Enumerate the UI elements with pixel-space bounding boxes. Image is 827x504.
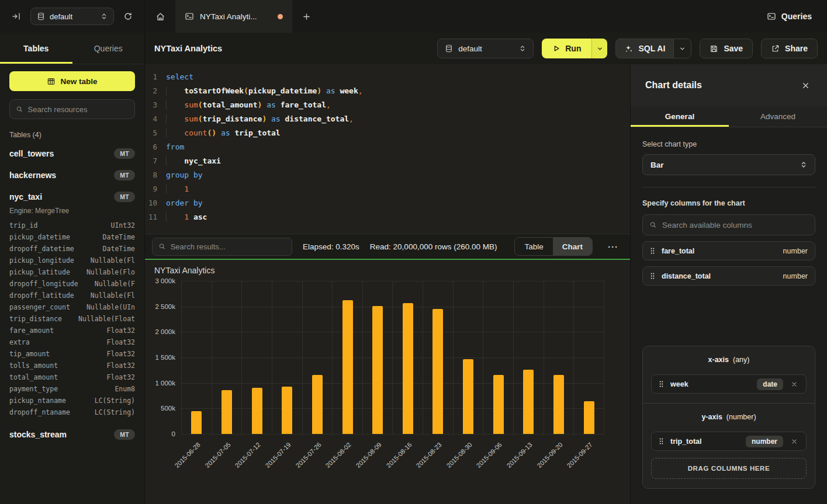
refresh-button[interactable]: [120, 8, 136, 25]
code-line: 3 sum(total_amount) as fare_total,: [145, 98, 630, 112]
column-name: passenger_count: [9, 301, 70, 313]
view-toggle-table[interactable]: Table: [515, 238, 552, 255]
chip-type-badge: date: [757, 378, 783, 390]
home-button[interactable]: [145, 0, 175, 33]
run-button-group: Run: [542, 39, 607, 58]
column-type: Float32: [107, 348, 135, 360]
axes-config-box: x-axis(any) weekdate y-axis(number) trip…: [642, 346, 815, 489]
bar[interactable]: [252, 388, 262, 434]
bar-cell: 2015-08-02: [332, 281, 362, 434]
search-icon: [649, 221, 657, 229]
queries-button[interactable]: Queries: [752, 0, 827, 33]
column-name: total_amount: [9, 371, 58, 383]
tab-bar-spacer: [320, 0, 752, 33]
x-tick-label: 2015-09-13: [506, 441, 534, 469]
column-row: pickup_datetimeDateTime: [9, 231, 135, 243]
tab-tables[interactable]: Tables: [0, 33, 72, 64]
remove-chip-button[interactable]: [790, 437, 799, 446]
bar[interactable]: [523, 370, 534, 434]
code-text: sum(total_amount) as fare_total,: [166, 98, 331, 112]
bar[interactable]: [463, 359, 473, 434]
sql-ai-button[interactable]: SQL AI: [616, 39, 673, 58]
tab-nytaxi-analytics[interactable]: NYTaxi Analyti...: [175, 0, 292, 33]
table-row-cell-towers[interactable]: cell_towers MT: [9, 147, 135, 161]
toolbar-database-value: default: [458, 44, 482, 53]
drag-handle-icon: [659, 380, 664, 388]
bar[interactable]: [584, 401, 594, 434]
close-panel-button[interactable]: [799, 79, 812, 92]
column-name: pickup_datetime: [9, 231, 70, 243]
column-chip[interactable]: weekdate: [651, 374, 807, 394]
sql-editor[interactable]: 1select2 toStartOfWeek(pickup_datetime) …: [145, 64, 630, 234]
drag-handle[interactable]: [650, 272, 655, 280]
drag-columns-drop-zone[interactable]: DRAG COLUMNS HERE: [651, 458, 807, 479]
column-type: Nullable(Fl: [91, 255, 135, 266]
column-name: tip_amount: [9, 348, 50, 360]
chart-type-select[interactable]: Bar: [642, 154, 815, 175]
bar[interactable]: [312, 375, 323, 434]
database-selector[interactable]: default: [30, 8, 114, 25]
column-name: dropoff_latitude: [9, 290, 74, 301]
y-axis-chips: trip_totalnumber: [651, 432, 807, 451]
new-table-button[interactable]: New table: [9, 71, 135, 91]
engine-badge: MT: [114, 148, 135, 159]
drag-handle[interactable]: [659, 437, 664, 445]
nyc-taxi-engine: Engine: MergeTree: [9, 207, 135, 215]
more-options-button[interactable]: ···: [603, 242, 623, 252]
bar[interactable]: [282, 387, 292, 434]
column-type: LC(String): [95, 395, 135, 406]
column-name: trip_id: [9, 220, 37, 231]
search-columns-input[interactable]: [662, 221, 808, 230]
tab-queries[interactable]: Queries: [72, 33, 145, 64]
results-toolbar: Elapsed: 0.320s Read: 20,000,000 rows (2…: [145, 234, 630, 260]
tab-queries-label: Queries: [94, 44, 123, 53]
column-row: passenger_countNullable(UIn: [9, 301, 135, 313]
chart-type-label: Select chart type: [642, 140, 815, 148]
drag-handle[interactable]: [659, 380, 664, 388]
code-text: sum(trip_distance) as distance_total,: [166, 112, 354, 126]
database-icon: [37, 12, 45, 20]
divider: [642, 187, 815, 187]
line-number: 3: [145, 98, 166, 112]
bar[interactable]: [493, 375, 504, 434]
sql-ai-button-group: SQL AI: [615, 39, 691, 58]
toolbar-database-selector[interactable]: default: [437, 39, 534, 58]
line-number: 10: [145, 196, 166, 210]
drag-handle[interactable]: [650, 247, 655, 255]
collapse-sidebar-icon: [12, 12, 21, 21]
table-row-nyc-taxi[interactable]: nyc_taxi MT: [9, 190, 135, 204]
chip-name: trip_total: [670, 437, 701, 446]
main-region: NYTaxi Analytics default Run: [145, 33, 827, 504]
sql-ai-options-button[interactable]: [673, 39, 691, 58]
search-results-input[interactable]: [171, 242, 286, 251]
run-options-button[interactable]: [591, 39, 607, 58]
collapse-sidebar-button[interactable]: [8, 8, 25, 25]
bar[interactable]: [191, 411, 202, 434]
bar[interactable]: [342, 300, 353, 434]
search-resources-input[interactable]: [28, 105, 129, 114]
code-text: count() as trip_total: [166, 126, 281, 140]
save-icon: [710, 44, 718, 53]
run-button[interactable]: Run: [542, 39, 591, 58]
bar[interactable]: [553, 375, 564, 434]
view-toggle-chart[interactable]: Chart: [553, 238, 592, 255]
top-header: default NYTaxi Analyti... Queries: [0, 0, 827, 33]
bar[interactable]: [372, 306, 383, 434]
table-row-hackernews[interactable]: hackernews MT: [9, 168, 135, 182]
bar[interactable]: [432, 309, 443, 434]
column-chip[interactable]: fare_totalnumber: [642, 241, 815, 260]
remove-chip-button[interactable]: [790, 380, 799, 389]
new-tab-button[interactable]: [292, 0, 320, 33]
tab-general[interactable]: General: [631, 106, 729, 127]
column-type: Float32: [107, 371, 135, 383]
tab-advanced[interactable]: Advanced: [729, 106, 827, 127]
column-row: trip_distanceNullable(Float: [9, 313, 135, 325]
table-row-stocks-stream[interactable]: stocks_stream MT: [9, 427, 135, 442]
bar[interactable]: [403, 303, 413, 434]
bar[interactable]: [222, 390, 232, 434]
column-chip[interactable]: trip_totalnumber: [651, 432, 807, 451]
save-button[interactable]: Save: [700, 39, 753, 58]
share-button[interactable]: Share: [761, 39, 818, 58]
column-chip[interactable]: distance_totalnumber: [642, 266, 815, 286]
columns-search: [642, 214, 815, 235]
